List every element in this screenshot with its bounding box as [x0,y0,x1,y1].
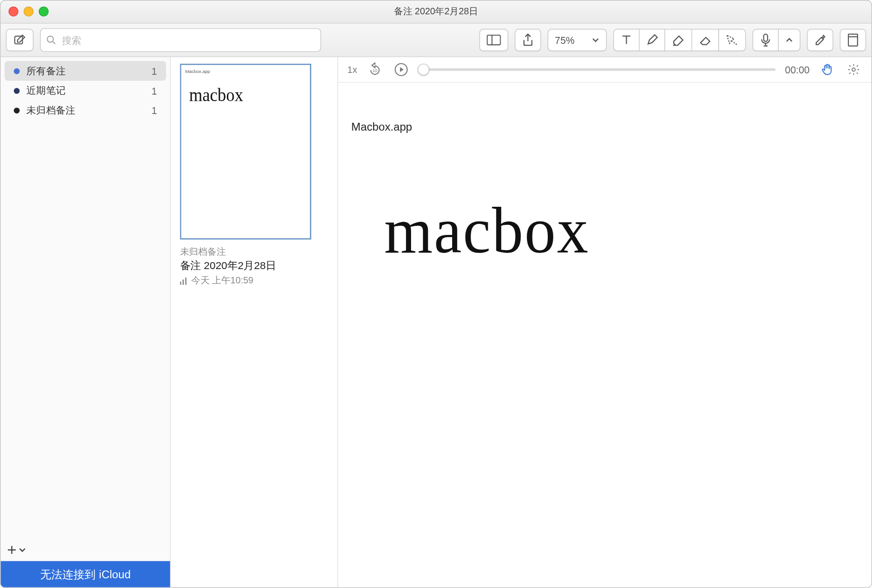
play-icon [394,62,408,77]
svg-rect-9 [185,277,187,285]
page-icon [848,34,858,47]
svg-rect-2 [487,35,501,45]
tool-group-annotate [613,29,746,51]
tool-group-record [752,29,800,51]
lasso-tool-button[interactable] [718,29,746,51]
sidebar-icon [486,34,501,46]
svg-point-1 [47,36,53,42]
playback-speed[interactable]: 1x [347,64,357,75]
canvas-title-text: Macbox.app [351,121,412,134]
playback-slider[interactable] [419,68,776,71]
pen-tool-button[interactable] [639,29,665,51]
app-window: 备注 2020年2月28日 75% [0,0,872,588]
page-layout-button[interactable] [840,29,866,51]
sidebar: 所有备注 1 近期笔记 1 未归档备注 1 [0,57,170,588]
add-folder-button[interactable] [7,545,26,555]
highlighter-icon [672,34,684,46]
share-button[interactable] [515,29,541,51]
text-icon [620,34,632,46]
share-icon [522,34,534,47]
sidebar-list: 所有备注 1 近期笔记 1 未归档备注 1 [0,57,170,539]
chevron-up-icon [785,36,793,44]
thumb-handwriting: macbox [189,84,306,106]
eraser-icon [699,34,712,46]
playback-bar: 1x 10 00:00 [338,57,871,83]
zoom-value: 75% [555,35,575,46]
svg-text:10: 10 [372,68,377,73]
note-list: Macbox.app macbox 未归档备注 备注 2020年2月28日 今天… [171,57,339,588]
note-title: 备注 2020年2月28日 [180,259,328,273]
eyedropper-icon [814,34,826,46]
new-note-button[interactable] [6,29,34,51]
sidebar-item-count: 1 [151,65,157,76]
plus-chevron-icon [7,545,26,555]
sidebar-item-recent-notes[interactable]: 近期笔记 1 [5,81,166,101]
sidebar-bottom-bar [0,539,170,561]
rewind-10-button[interactable]: 10 [366,61,383,78]
gear-icon [847,63,860,76]
zoom-dropdown[interactable]: 75% [548,29,607,51]
eyedropper-button[interactable] [807,29,833,51]
sidebar-item-all-notes[interactable]: 所有备注 1 [5,61,166,81]
search-input[interactable] [61,34,315,46]
svg-rect-8 [182,280,184,285]
titlebar: 备注 2020年2月28日 [0,0,871,24]
note-time-text: 今天 上午10:59 [191,275,254,287]
sidebar-item-unfiled-notes[interactable]: 未归档备注 1 [5,101,166,120]
svg-point-12 [852,68,855,71]
body: 所有备注 1 近期笔记 1 未归档备注 1 [0,57,871,588]
svg-rect-5 [848,34,858,46]
minimize-window-button[interactable] [24,6,33,16]
hand-icon [821,63,834,76]
window-title: 备注 2020年2月28日 [394,6,478,18]
sidebar-item-label: 未归档备注 [26,104,76,116]
sidebar-item-count: 1 [151,85,157,96]
search-field[interactable] [40,28,321,52]
rewind-10-icon: 10 [368,62,382,77]
record-more-button[interactable] [778,29,800,51]
note-timestamp: 今天 上午10:59 [180,275,328,287]
microphone-button[interactable] [752,29,779,51]
banner-text: 无法连接到 iCloud [40,567,131,582]
svg-rect-4 [763,34,768,42]
hand-tool-button[interactable] [819,61,836,78]
search-icon [46,35,57,45]
close-window-button[interactable] [8,6,18,16]
icloud-error-banner[interactable]: 无法连接到 iCloud [0,561,170,588]
dot-icon [14,88,20,94]
text-tool-button[interactable] [613,29,640,51]
microphone-icon [760,34,771,47]
note-thumbnail[interactable]: Macbox.app macbox [180,64,311,240]
handwriting-text: macbox [384,192,590,268]
lasso-icon [726,34,739,46]
toolbar: 75% [0,24,871,57]
highlighter-tool-button[interactable] [665,29,692,51]
toggle-sidebar-button[interactable] [479,29,509,51]
pen-icon [646,34,658,46]
main-pane: 1x 10 00:00 Macbox.app [338,57,871,588]
note-category-label: 未归档备注 [180,246,328,258]
chevron-down-icon [592,36,600,44]
sidebar-item-label: 所有备注 [26,65,66,77]
bars-icon [180,277,188,285]
thumb-title: Macbox.app [185,69,306,73]
svg-rect-7 [180,282,182,285]
window-controls [8,6,48,16]
sidebar-item-count: 1 [151,105,157,116]
play-button[interactable] [393,61,410,78]
note-canvas[interactable]: Macbox.app macbox [338,83,871,587]
playback-settings-button[interactable] [845,61,862,78]
dot-icon [14,107,20,113]
slider-knob[interactable] [418,64,430,76]
playback-time: 00:00 [785,64,810,75]
eraser-tool-button[interactable] [691,29,719,51]
dot-icon [14,68,20,74]
zoom-window-button[interactable] [39,6,48,16]
compose-icon [13,34,26,47]
sidebar-item-label: 近期笔记 [26,84,66,97]
